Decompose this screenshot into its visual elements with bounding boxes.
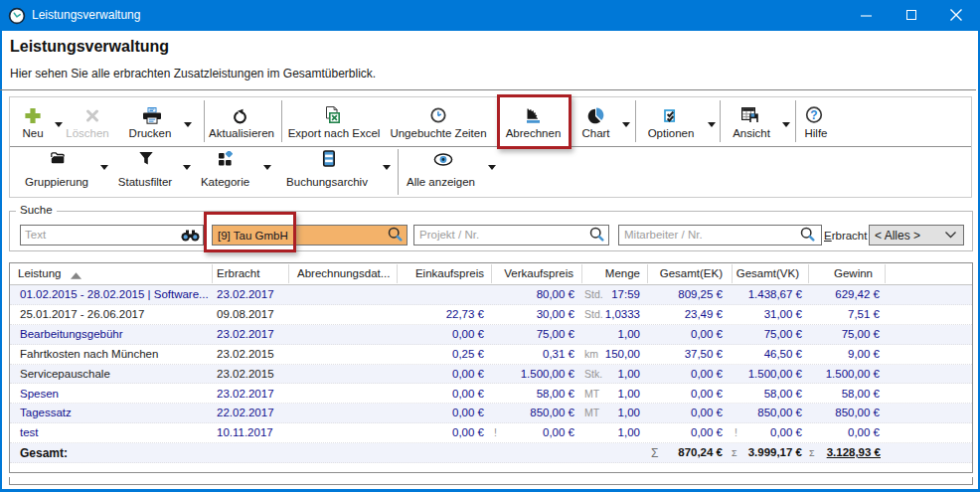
svg-text:?: ? [810,107,817,121]
